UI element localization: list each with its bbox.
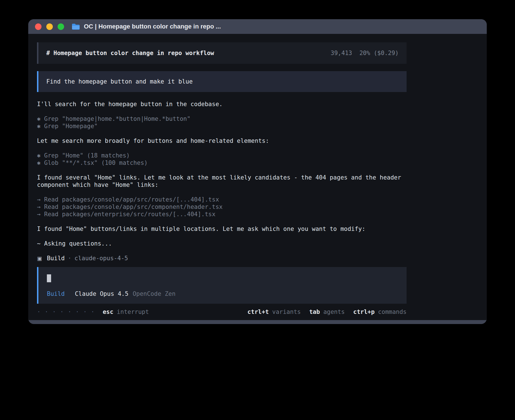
status-right: ctrl+tvariants tabagents ctrl+pcommands <box>239 308 407 316</box>
tool-call-read: → Read packages/enterprise/src/routes/[.… <box>37 211 407 218</box>
input-meta: BuildClaude Opus 4.5OpenCode Zen <box>47 290 398 298</box>
assistant-text: I found "Home" buttons/links in multiple… <box>37 225 407 233</box>
zoom-button[interactable] <box>58 23 64 30</box>
window-titlebar[interactable]: OC | Homepage button color change in rep… <box>28 19 487 34</box>
tool-call-grep: ✱ Grep "Home" (18 matches) <box>37 152 407 159</box>
agent-name: Build <box>47 255 65 262</box>
tool-call-grep: ✱ Grep "homepage|home.*button|Home.*butt… <box>37 115 407 123</box>
shortcut-agents: tabagents <box>309 308 345 316</box>
tool-call-read: → Read packages/console/app/src/componen… <box>37 203 407 211</box>
folder-icon <box>71 23 80 30</box>
session-stats: 39,41320% ($0.29) <box>331 49 399 57</box>
agent-icon: ▣ <box>37 255 42 262</box>
model-name: Claude Opus 4.5 <box>75 290 128 297</box>
assistant-text: Let me search more broadly for buttons a… <box>37 137 407 145</box>
esc-key-hint: esc <box>103 308 114 316</box>
shortcut-variants: ctrl+tvariants <box>247 308 301 316</box>
close-button[interactable] <box>35 23 42 30</box>
assistant-text: I found several "Home" links. Let me loo… <box>37 174 407 189</box>
mode-badge: Build <box>47 290 65 297</box>
terminal-window: OC | Homepage button color change in rep… <box>28 19 487 324</box>
session-title: # Homepage button color change in repo w… <box>46 49 214 57</box>
user-message-text: Find the homepage button and make it blu… <box>46 78 193 85</box>
assistant-transcript: I'll search for the homepage button in t… <box>37 100 407 262</box>
minimize-button[interactable] <box>46 23 53 30</box>
window-title: OC | Homepage button color change in rep… <box>84 23 221 30</box>
context-usage: 20% ($0.29) <box>359 50 399 56</box>
agent-separator: · <box>68 255 71 262</box>
provider-name: OpenCode Zen <box>133 290 176 297</box>
agent-model: claude-opus-4-5 <box>75 255 128 262</box>
tool-call-read: → Read packages/console/app/src/routes/[… <box>37 196 407 203</box>
session-header: # Homepage button color change in repo w… <box>37 42 407 64</box>
tool-call-glob: ✱ Glob "**/*.tsx" (100 matches) <box>37 159 407 167</box>
text-cursor <box>47 274 51 282</box>
esc-key-label: interrupt <box>117 308 149 316</box>
status-bar: · · · · · · · · esc interrupt ctrl+tvari… <box>37 308 407 316</box>
prompt-input[interactable]: BuildClaude Opus 4.5OpenCode Zen <box>37 267 407 304</box>
terminal-viewport: # Homepage button color change in repo w… <box>28 34 487 320</box>
assistant-text: I'll search for the homepage button in t… <box>37 100 407 108</box>
agent-status: ▣ Build · claude-opus-4-5 <box>37 255 407 262</box>
user-message: Find the homepage button and make it blu… <box>37 71 407 92</box>
tool-call-grep: ✱ Grep "Homepage" <box>37 123 407 130</box>
traffic-lights <box>35 23 64 30</box>
token-count: 39,413 <box>331 50 352 56</box>
assistant-status-text: ~ Asking questions... <box>37 240 407 247</box>
status-left: · · · · · · · · esc interrupt <box>37 308 149 316</box>
shortcut-commands: ctrl+pcommands <box>353 308 407 316</box>
spinner-dots: · · · · · · · · <box>37 308 95 316</box>
